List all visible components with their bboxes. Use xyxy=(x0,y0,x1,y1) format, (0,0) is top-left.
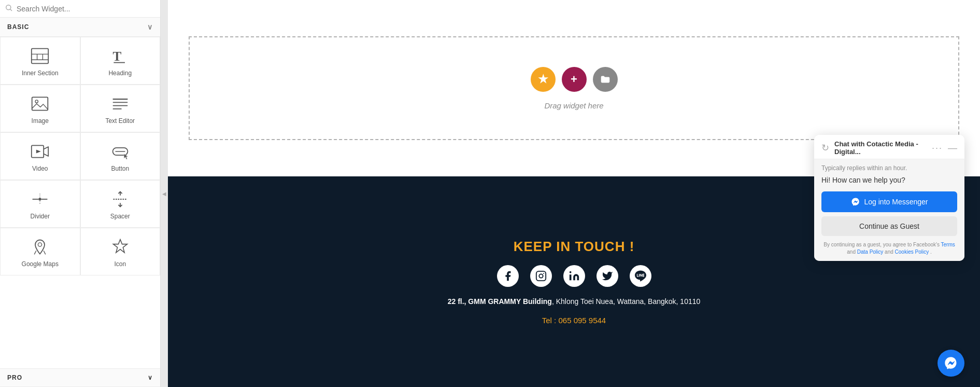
widget-label-divider: Divider xyxy=(31,213,50,220)
basic-section-header[interactable]: BASIC ∨ xyxy=(0,18,160,37)
social-icons xyxy=(497,265,651,287)
chat-refresh-icon: ↻ xyxy=(821,142,829,154)
widget-label-google-maps: Google Maps xyxy=(22,260,59,268)
search-bar xyxy=(0,0,160,18)
linkedin-icon[interactable] xyxy=(563,265,585,287)
widget-label-button: Button xyxy=(111,165,129,172)
widget-item-image[interactable]: Image xyxy=(0,85,80,132)
divider-icon xyxy=(31,190,49,209)
button-icon xyxy=(111,142,130,161)
widget-item-google-maps[interactable]: Google Maps xyxy=(0,228,80,275)
main-canvas: ★ + Drag widget here ↻ ··· — KEEP IN TOU… xyxy=(168,0,980,387)
pro-section-label: PRO xyxy=(7,374,22,381)
spacer-icon xyxy=(111,190,130,209)
svg-text:T: T xyxy=(112,49,121,63)
search-input[interactable] xyxy=(17,5,155,13)
chat-header: ↻ Chat with Cotactic Media - Digital... … xyxy=(814,135,964,159)
drag-widget-text: Drag widget here xyxy=(544,101,603,110)
keep-in-touch-heading: KEEP IN TOUCH ! xyxy=(514,239,635,255)
widget-grid: Inner Section T Heading Image xyxy=(0,37,160,275)
widget-item-spacer[interactable]: Spacer xyxy=(80,180,161,228)
resize-handle[interactable] xyxy=(161,0,168,387)
chat-hello-text: Hi! How can we help you? xyxy=(821,176,957,184)
widget-item-text-editor[interactable]: Text Editor xyxy=(80,85,161,132)
widget-label-text-editor: Text Editor xyxy=(105,117,135,125)
chat-guest-label: Continue as Guest xyxy=(859,222,919,230)
chat-disclaimer: By continuing as a guest, you agree to F… xyxy=(821,241,957,256)
search-icon xyxy=(5,4,12,13)
chat-and2: and xyxy=(885,249,894,255)
widget-label-video: Video xyxy=(32,165,48,172)
line-icon[interactable] xyxy=(630,265,651,287)
chat-minimize-button[interactable]: — xyxy=(948,143,957,154)
messenger-login-label: Log into Messenger xyxy=(864,198,928,206)
widget-item-divider[interactable]: Divider xyxy=(0,180,80,228)
chat-widget: ↻ Chat with Cotactic Media - Digital... … xyxy=(814,135,964,261)
messenger-fab-button[interactable] xyxy=(938,350,964,377)
data-policy-link[interactable]: Data Policy xyxy=(857,249,884,255)
basic-section-label: BASIC xyxy=(7,23,29,31)
basic-chevron-icon: ∨ xyxy=(147,23,153,31)
add-button[interactable]: + xyxy=(562,67,587,92)
widget-label-image: Image xyxy=(32,117,49,125)
widget-panel: BASIC ∨ Inner Section T Heading xyxy=(0,0,161,387)
svg-marker-16 xyxy=(36,149,41,153)
pro-section-header[interactable]: PRO ∨ xyxy=(0,368,160,387)
chat-and1: and xyxy=(847,249,856,255)
chat-period: . xyxy=(930,249,932,255)
facebook-icon[interactable] xyxy=(497,265,519,287)
inner-section-icon xyxy=(31,47,49,65)
widget-item-video[interactable]: Video xyxy=(0,132,80,180)
drop-zone[interactable]: ★ + Drag widget here xyxy=(189,36,959,140)
favorite-button[interactable]: ★ xyxy=(531,67,556,92)
action-buttons: ★ + xyxy=(531,67,618,92)
widget-item-button[interactable]: Button xyxy=(80,132,161,180)
image-icon xyxy=(31,94,49,113)
svg-rect-29 xyxy=(536,271,545,281)
tel-line: Tel : 065 095 9544 xyxy=(542,316,606,325)
chat-body: Typically replies within an hour. Hi! Ho… xyxy=(814,159,964,261)
google-maps-icon xyxy=(31,238,49,256)
svg-rect-9 xyxy=(32,97,48,110)
chat-title: Chat with Cotactic Media - Digital... xyxy=(834,140,927,156)
svg-rect-2 xyxy=(32,49,48,64)
svg-marker-28 xyxy=(113,240,127,253)
svg-point-30 xyxy=(539,274,543,278)
widget-item-icon[interactable]: Icon xyxy=(80,228,161,275)
svg-point-10 xyxy=(35,100,38,103)
svg-point-31 xyxy=(543,273,544,274)
widget-label-inner-section: Inner Section xyxy=(22,70,59,77)
heading-icon: T xyxy=(111,47,130,65)
video-icon xyxy=(31,142,49,161)
pro-chevron-icon: ∨ xyxy=(148,374,153,381)
svg-point-27 xyxy=(38,243,42,246)
chat-messenger-login-button[interactable]: Log into Messenger xyxy=(821,191,957,212)
widget-label-heading: Heading xyxy=(108,70,132,77)
chat-guest-button[interactable]: Continue as Guest xyxy=(821,216,957,236)
instagram-icon[interactable] xyxy=(530,265,552,287)
svg-line-1 xyxy=(10,9,11,10)
address-detail: , Khlong Toei Nuea, Wattana, Bangkok, 10… xyxy=(552,297,700,306)
address-building: 22 fl., GMM GRAMMY Building xyxy=(448,297,552,306)
widget-item-heading[interactable]: T Heading xyxy=(80,37,161,85)
widget-label-icon: Icon xyxy=(114,260,126,268)
text-editor-icon xyxy=(111,94,130,113)
folder-button[interactable] xyxy=(593,67,618,92)
twitter-icon[interactable] xyxy=(596,265,618,287)
widget-item-inner-section[interactable]: Inner Section xyxy=(0,37,80,85)
chat-subtitle: Typically replies within an hour. xyxy=(821,164,957,172)
address-line: 22 fl., GMM GRAMMY Building, Khlong Toei… xyxy=(448,297,701,306)
svg-point-32 xyxy=(569,271,571,273)
terms-link[interactable]: Terms xyxy=(941,242,955,247)
chat-more-options[interactable]: ··· xyxy=(932,143,943,154)
icon-icon xyxy=(111,238,130,256)
cookies-link[interactable]: Cookies Policy xyxy=(895,249,929,255)
widget-label-spacer: Spacer xyxy=(110,213,130,220)
